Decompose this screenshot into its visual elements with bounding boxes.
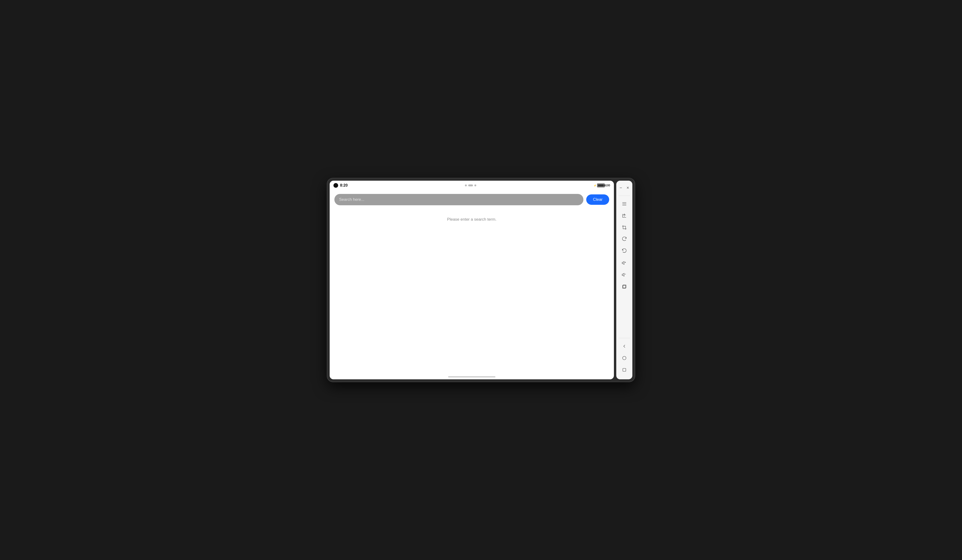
- tool-icons: [616, 197, 632, 293]
- layers-icon: [622, 284, 627, 289]
- battery-body: [597, 184, 605, 187]
- battery-icon: ⚡ 100: [594, 184, 610, 187]
- battery-fill: [598, 184, 604, 187]
- home-button[interactable]: [619, 352, 630, 364]
- back-icon: [622, 344, 627, 349]
- charging-icon: ⚡: [594, 184, 596, 187]
- divider-2: [619, 338, 630, 338]
- rotate-cw-icon: [622, 237, 627, 242]
- status-bar: 8:20 ⚡ 100: [330, 181, 614, 190]
- dot-3: [475, 184, 476, 186]
- divider-1: [619, 195, 630, 196]
- search-input[interactable]: [334, 194, 583, 205]
- volume-down-button[interactable]: [619, 269, 630, 281]
- volume-down-icon: [622, 272, 627, 278]
- rotate-ccw-button[interactable]: [619, 245, 630, 257]
- upload-button[interactable]: [619, 210, 630, 221]
- bottom-bar: [330, 374, 614, 379]
- status-right: ⚡ 100: [594, 184, 610, 187]
- volume-up-icon: [622, 260, 627, 266]
- svg-point-13: [623, 357, 626, 360]
- right-panel: − ×: [616, 181, 632, 379]
- status-dot: [333, 183, 338, 188]
- empty-message: Please enter a search term.: [334, 217, 609, 222]
- device-frame: 8:20 ⚡ 100: [327, 178, 635, 382]
- svg-marker-6: [622, 261, 624, 265]
- search-input-wrapper: [334, 194, 583, 205]
- rotate-ccw-icon: [622, 249, 627, 254]
- menu-button[interactable]: [619, 198, 630, 210]
- status-time: 8:20: [340, 183, 348, 187]
- upload-icon: [622, 213, 627, 218]
- panel-spacer: [616, 293, 632, 337]
- close-button[interactable]: ×: [625, 184, 630, 191]
- bottom-nav-icons: [616, 340, 632, 376]
- status-left: 8:20: [333, 183, 348, 188]
- svg-rect-14: [623, 368, 626, 371]
- clear-button[interactable]: Clear: [586, 194, 609, 205]
- back-button[interactable]: [619, 341, 630, 352]
- tablet-screen: 8:20 ⚡ 100: [330, 181, 614, 379]
- status-center: [465, 184, 476, 186]
- dot-2: [468, 184, 473, 186]
- crop-icon: [622, 225, 627, 230]
- window-controls: − ×: [616, 184, 632, 194]
- battery-percent: 100: [605, 184, 610, 187]
- home-icon: [622, 355, 627, 361]
- recents-icon: [622, 367, 627, 373]
- rotate-cw-button[interactable]: [619, 234, 630, 245]
- volume-up-button[interactable]: [619, 257, 630, 269]
- bottom-handle: [448, 376, 496, 378]
- main-content: Clear Please enter a search term.: [330, 190, 614, 374]
- dot-1: [465, 184, 467, 186]
- minimize-button[interactable]: −: [619, 184, 623, 191]
- svg-marker-9: [622, 273, 624, 276]
- recents-button[interactable]: [619, 364, 630, 376]
- search-row: Clear: [334, 194, 609, 205]
- crop-button[interactable]: [619, 222, 630, 233]
- hamburger-icon: [622, 201, 627, 207]
- layers-button[interactable]: [619, 281, 630, 292]
